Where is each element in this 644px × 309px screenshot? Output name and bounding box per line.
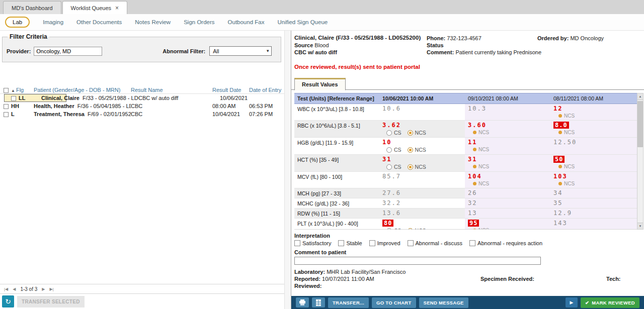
cs-radio[interactable] bbox=[386, 228, 392, 230]
results-area: Test (Units) [Reference Range]10/06/2021… bbox=[294, 93, 644, 230]
print-button[interactable] bbox=[296, 297, 309, 307]
worklist-row[interactable]: LTreatment, Theresa F/69 - 02/01/1952 - … bbox=[0, 110, 284, 118]
comment-to-patient-label: Comment to patient bbox=[294, 249, 644, 255]
nav-item-other-documents[interactable]: Other Documents bbox=[76, 19, 122, 25]
refresh-button[interactable]: ↻ bbox=[2, 295, 14, 307]
worklist-row[interactable]: HHHealth, Heather F/36 - 05/04/1985 - LD… bbox=[0, 102, 284, 110]
result-value: 10 bbox=[382, 139, 391, 146]
result-value: 95 bbox=[468, 220, 479, 227]
row-checkbox[interactable] bbox=[11, 96, 16, 101]
row-checkbox[interactable] bbox=[4, 112, 9, 117]
nav-item-imaging[interactable]: Imaging bbox=[43, 19, 63, 25]
abnormal-filter-label: Abnormal Filter: bbox=[163, 48, 205, 54]
nav-item-unified-sign-queue[interactable]: Unified Sign Queue bbox=[277, 19, 328, 25]
chevron-down-icon: ▼ bbox=[266, 49, 270, 53]
interpretation-option-abnormal-discuss[interactable]: Abnormal - discuss bbox=[408, 240, 463, 246]
result-value-cell: 50NCS bbox=[550, 155, 637, 171]
order-comment: Comment: Patient currently taking Predni… bbox=[427, 49, 541, 55]
tech-label: Tech: bbox=[606, 276, 621, 282]
scroll-up-icon[interactable]: ▲ bbox=[637, 93, 643, 100]
select-all-checkbox[interactable] bbox=[4, 88, 9, 93]
checkbox[interactable] bbox=[294, 240, 300, 246]
checkbox[interactable] bbox=[408, 240, 414, 246]
patient-cell: Treatment, Theresa F/69 - 02/01/1952 - .… bbox=[34, 111, 131, 117]
tab-result-values[interactable]: Result Values bbox=[294, 78, 346, 90]
test-name: HCT (%) [35 - 49] bbox=[294, 155, 379, 171]
result-value: 50 bbox=[553, 156, 565, 163]
transfer-button[interactable]: TRANSFER... bbox=[328, 297, 369, 308]
tab-worklist-queues[interactable]: Worklist Queues × bbox=[62, 1, 128, 14]
go-to-chart-button[interactable]: GO TO CHART bbox=[372, 297, 416, 308]
ncs-dot-icon bbox=[558, 114, 562, 118]
nav-item-notes-review[interactable]: Notes Review bbox=[135, 19, 171, 25]
result-row: MCH (pg) [27 - 33]27.62634 bbox=[294, 188, 637, 198]
ncs-dot-icon bbox=[473, 148, 476, 151]
comment-to-patient-input[interactable] bbox=[294, 257, 541, 265]
last-page-icon[interactable]: ▶| bbox=[49, 287, 53, 291]
column-flg[interactable]: ▲Flg bbox=[11, 87, 34, 93]
checkbox[interactable] bbox=[338, 240, 344, 246]
provider-input[interactable] bbox=[34, 47, 102, 56]
tab-mds-dashboard[interactable]: MD's Dashboard bbox=[3, 1, 61, 14]
row-checkbox[interactable] bbox=[4, 104, 9, 109]
ncs-radio[interactable] bbox=[408, 164, 413, 170]
nav-item-sign-orders[interactable]: Sign Orders bbox=[184, 19, 214, 25]
status-label: Status bbox=[427, 42, 444, 48]
app-window: MD's Dashboard Worklist Queues × LabImag… bbox=[0, 0, 644, 309]
interpretation-option-stable[interactable]: Stable bbox=[338, 240, 362, 246]
ncs-radio[interactable] bbox=[408, 228, 413, 230]
abnormal-filter-select[interactable]: All ▼ bbox=[209, 46, 272, 56]
next-page-icon[interactable]: ▶ bbox=[42, 287, 45, 291]
ncs-dot-icon bbox=[473, 165, 476, 168]
provider-label: Provider: bbox=[7, 48, 31, 54]
worklist-row[interactable]: LLClinical, Claire F/33 - 05/25/1988 - L… bbox=[4, 94, 66, 102]
result-value: 12.9 bbox=[553, 210, 572, 217]
cs-radio[interactable] bbox=[386, 130, 392, 136]
scroll-down-icon[interactable]: ▼ bbox=[637, 223, 643, 229]
result-value-cell: 12NCS bbox=[550, 104, 637, 120]
nav-item-lab[interactable]: Lab bbox=[5, 17, 30, 28]
column-result-date[interactable]: Result Date bbox=[212, 87, 249, 93]
cs-radio[interactable] bbox=[386, 147, 392, 153]
scrollbar-thumb[interactable] bbox=[637, 101, 643, 147]
prev-page-icon[interactable]: ◀ bbox=[13, 287, 16, 291]
worklist-body: LLClinical, Claire F/33 - 05/25/1988 - L… bbox=[0, 94, 284, 118]
interpretation-option-satisfactory[interactable]: Satisfactory bbox=[294, 240, 331, 246]
result-value-cell: 12.9 bbox=[550, 209, 637, 218]
first-page-icon[interactable]: |◀ bbox=[4, 287, 8, 291]
column-patient[interactable]: Patient (Gender/Age - DOB - MRN) bbox=[34, 87, 131, 93]
next-result-button[interactable]: ▶ bbox=[566, 297, 578, 307]
specimen-received-label: Specimen Received: bbox=[480, 276, 534, 282]
mark-reviewed-button[interactable]: ✔ MARK REVIEWED bbox=[581, 297, 639, 308]
transfer-selected-button[interactable]: TRANSFER SELECTED bbox=[17, 296, 85, 307]
tab-label: Worklist Queues bbox=[71, 5, 112, 11]
order-name: CBC w/ auto diff bbox=[294, 49, 337, 55]
result-date-cell: 10/04/2021 bbox=[212, 111, 249, 117]
ncs-radio[interactable] bbox=[408, 130, 413, 136]
result-row: RDW (%) [11 - 15]13.61312.9 bbox=[294, 209, 637, 219]
export-button[interactable] bbox=[312, 297, 325, 307]
reviewed-line: Reviewed: bbox=[294, 283, 644, 289]
checkbox[interactable] bbox=[469, 240, 475, 246]
column-result-name[interactable]: Result Name bbox=[131, 87, 212, 93]
interpretation-option-improved[interactable]: Improved bbox=[369, 240, 400, 246]
ncs-radio[interactable] bbox=[408, 147, 413, 153]
nav-item-outbound-fax[interactable]: Outbound Fax bbox=[228, 19, 265, 25]
result-value: 85.7 bbox=[382, 173, 401, 180]
result-action-bar: TRANSFER... GO TO CHART SEND MESSAGE ▶ ✔… bbox=[291, 296, 644, 309]
worklist-scrollbar[interactable] bbox=[284, 31, 291, 309]
column-date-of-entry[interactable]: Date of Entry bbox=[249, 87, 284, 93]
checkbox[interactable] bbox=[369, 240, 375, 246]
cs-radio[interactable] bbox=[386, 164, 392, 170]
result-value: 143 bbox=[553, 220, 568, 227]
result-row: WBC (x 10^3/uL) [3.8 - 10.8]10.610.312NC… bbox=[294, 104, 637, 121]
significance-radios: CSNCS bbox=[386, 130, 462, 136]
send-message-button[interactable]: SEND MESSAGE bbox=[419, 297, 468, 308]
close-icon[interactable]: × bbox=[115, 5, 119, 12]
results-scrollbar[interactable]: ▲ ▼ bbox=[637, 93, 643, 230]
result-value: 104 bbox=[468, 173, 482, 180]
result-row: MCHC (g/dL) [32 - 36]32.23235 bbox=[294, 198, 637, 209]
result-value: 103 bbox=[553, 173, 568, 180]
interpretation-option-abnormal-requires-action[interactable]: Abnormal - requires action bbox=[469, 240, 542, 246]
ncs-indicator: NCS bbox=[558, 164, 634, 169]
